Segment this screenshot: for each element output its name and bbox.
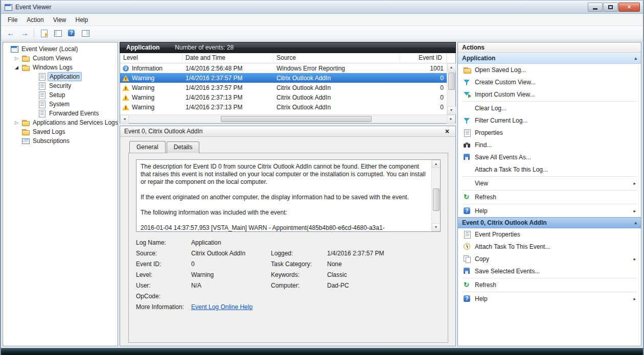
action-attach-task-to-log[interactable]: Attach a Task To this Log...	[458, 163, 641, 176]
close-button[interactable]: ×	[618, 3, 640, 12]
close-detail-icon[interactable]: ×	[443, 127, 451, 136]
collapse-chevron-icon[interactable]: ▴	[634, 220, 637, 225]
scroll-left-button[interactable]: ◄	[120, 115, 129, 124]
scrollbar-thumb[interactable]	[433, 188, 440, 211]
main-area: Event Viewer (Local) Custom Views Window…	[1, 40, 643, 348]
action-save-selected-events[interactable]: Save Selected Events...	[458, 265, 641, 277]
show-action-pane-button[interactable]	[79, 28, 91, 39]
event-row[interactable]: Information 1/4/2016 2:56:48 PM Windows …	[120, 63, 447, 73]
field-label: More Information:	[136, 303, 189, 311]
scroll-up-button[interactable]: ▲	[432, 160, 441, 168]
event-row-selected[interactable]: Warning 1/4/2016 2:37:57 PM Citrix Outlo…	[120, 73, 447, 83]
forward-button[interactable]	[18, 28, 30, 39]
tree-item-event-viewer-local[interactable]: Event Viewer (Local)	[3, 44, 118, 54]
action-help[interactable]: Help ▸	[458, 205, 641, 217]
level-cell: Warning	[120, 104, 182, 111]
tree-item-custom-views[interactable]: Custom Views	[3, 54, 118, 63]
description-scrollbar[interactable]: ▲ ▼	[431, 160, 440, 231]
menu-item-view[interactable]: View	[49, 15, 71, 25]
tree-item-application[interactable]: Application	[3, 72, 118, 81]
action-find[interactable]: Find...	[458, 139, 641, 151]
submenu-arrow-icon: ▸	[633, 256, 636, 262]
event-row[interactable]: Warning 1/4/2016 2:37:13 PM Citrix Outlo…	[120, 92, 447, 102]
action-event-properties[interactable]: Event Properties	[458, 228, 641, 241]
tab-details[interactable]: Details	[167, 141, 200, 153]
column-header-level[interactable]: Level	[120, 53, 182, 63]
action-open-saved-log[interactable]: Open Saved Log...	[458, 64, 641, 76]
action-filter-current-log[interactable]: Filter Current Log...	[458, 114, 641, 127]
event-log-online-help-link[interactable]: Event Log Online Help	[191, 303, 252, 311]
tree-item-applications-and-services-logs[interactable]: Applications and Services Logs	[3, 118, 118, 127]
action-label: Find...	[475, 141, 492, 149]
level-cell: Warning	[120, 94, 182, 101]
field-label: Task Category:	[271, 261, 325, 268]
show-console-tree-button[interactable]	[52, 28, 64, 39]
events-horizontal-scrollbar[interactable]: ◄ ►	[120, 114, 455, 123]
tab-general[interactable]: General	[129, 141, 166, 153]
action-label: Attach Task To This Event...	[475, 243, 550, 250]
tree-item-subscriptions[interactable]: Subscriptions	[3, 136, 118, 146]
folder-open-icon	[463, 66, 471, 74]
column-header-date-and-time[interactable]: Date and Time	[182, 53, 273, 63]
back-button[interactable]	[4, 28, 16, 39]
column-header-source[interactable]: Source	[273, 53, 400, 63]
event-viewer-icon	[10, 45, 18, 53]
action-save-all-events-as[interactable]: Save All Events As...	[458, 151, 641, 163]
minimize-button[interactable]	[588, 3, 603, 12]
toolbar-help-button[interactable]	[65, 28, 78, 39]
tree-item-saved-logs[interactable]: Saved Logs	[3, 127, 118, 136]
export-list-button[interactable]	[38, 28, 50, 39]
action-help-event[interactable]: Help ▸	[458, 293, 641, 305]
collapse-chevron-icon[interactable]: ▴	[634, 56, 637, 61]
event-id-cell: 0	[400, 75, 447, 82]
action-clear-log[interactable]: Clear Log...	[458, 102, 641, 114]
scroll-down-button[interactable]: ▼	[447, 106, 456, 114]
security-log-icon	[38, 82, 46, 90]
scrollbar-thumb[interactable]	[448, 73, 455, 90]
action-properties[interactable]: Properties	[458, 127, 641, 139]
field-label: Event ID:	[136, 261, 189, 268]
tree-item-setup[interactable]: Setup	[3, 90, 118, 100]
action-label: Help	[475, 295, 488, 302]
scroll-right-button[interactable]: ►	[447, 115, 455, 124]
export-list-icon	[40, 29, 48, 37]
date-cell: 1/4/2016 2:37:13 PM	[182, 104, 273, 111]
event-description-box[interactable]: The description for Event ID 0 from sour…	[136, 159, 441, 232]
field-label: Source:	[136, 250, 189, 257]
field-value: 1/4/2016 2:37:57 PM	[327, 250, 441, 257]
maximize-button[interactable]	[603, 3, 618, 12]
events-vertical-scrollbar[interactable]: ▲ ▼	[447, 63, 455, 114]
log-title: Application	[126, 44, 159, 51]
action-view[interactable]: View ▸	[458, 177, 641, 190]
scroll-up-button[interactable]: ▲	[447, 63, 456, 72]
action-import-custom-view[interactable]: Import Custom View...	[458, 88, 641, 101]
separator	[462, 101, 637, 102]
tree-item-forwarded-events[interactable]: Forwarded Events	[3, 109, 118, 118]
menu-item-file[interactable]: File	[3, 15, 22, 25]
actions-section-application[interactable]: Application ▴	[458, 53, 641, 64]
expand-arrow-icon[interactable]	[13, 120, 20, 125]
action-copy[interactable]: Copy ▸	[458, 253, 641, 265]
tree-item-security[interactable]: Security	[3, 81, 118, 90]
scrollbar-thumb[interactable]	[221, 116, 372, 122]
title-bar[interactable]: Event Viewer ×	[1, 1, 643, 14]
action-refresh[interactable]: Refresh	[458, 191, 641, 203]
event-row[interactable]: Warning 1/4/2016 2:37:13 PM Citrix Outlo…	[120, 102, 447, 112]
action-create-custom-view[interactable]: Create Custom View...	[458, 76, 641, 88]
properties-icon	[463, 230, 471, 239]
action-attach-task-to-event[interactable]: Attach Task To This Event...	[458, 241, 641, 253]
expand-arrow-icon[interactable]	[13, 56, 20, 61]
menu-item-help[interactable]: Help	[71, 15, 93, 25]
column-header-event-id[interactable]: Event ID	[400, 53, 447, 63]
scroll-down-button[interactable]: ▼	[432, 223, 441, 231]
collapse-arrow-icon[interactable]	[13, 65, 20, 70]
actions-section-event[interactable]: Event 0, Citrix Outlook AddIn ▴	[458, 217, 641, 228]
event-fields: Log Name: Application Source: Citrix Out…	[136, 239, 441, 311]
menu-item-action[interactable]: Action	[22, 15, 48, 25]
event-id-cell: 1001	[400, 65, 447, 72]
tree-item-system[interactable]: System	[3, 100, 118, 109]
setup-log-icon	[38, 91, 46, 99]
action-refresh-event[interactable]: Refresh	[458, 279, 641, 291]
event-row[interactable]: Warning 1/4/2016 2:37:57 PM Citrix Outlo…	[120, 83, 447, 92]
tree-item-windows-logs[interactable]: Windows Logs	[3, 63, 118, 72]
